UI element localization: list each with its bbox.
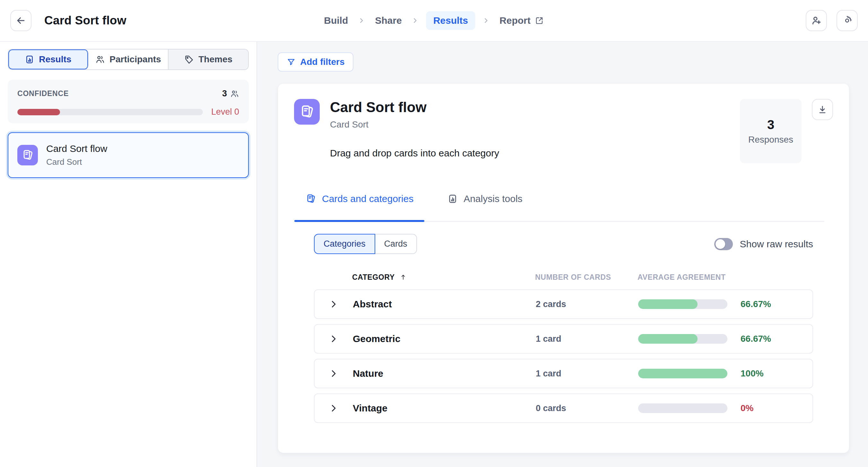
sidebar-tab-results-label: Results <box>39 54 71 64</box>
card-sort-icon <box>294 99 320 125</box>
results-tab-bar: Cards and categories Analysis tools <box>294 190 824 222</box>
table-controls: Categories Cards Show raw results <box>314 234 813 254</box>
study-results-card: Card Sort flow Card Sort Drag and drop c… <box>278 83 849 453</box>
responses-count: 3 <box>767 118 774 132</box>
add-filters-label: Add filters <box>300 57 344 67</box>
breadcrumb: Build Share Results Report <box>321 11 546 30</box>
category-card-count: 0 cards <box>536 403 638 413</box>
sidebar-tab-bar: Results Participants Themes <box>8 49 249 70</box>
view-toggle-cards[interactable]: Cards <box>375 234 417 254</box>
agreement-bar-track <box>638 403 727 413</box>
view-toggle: Categories Cards <box>314 234 417 254</box>
people-icon <box>230 89 239 98</box>
category-name: Vintage <box>353 403 536 414</box>
tab-cards-and-categories[interactable]: Cards and categories <box>294 190 424 221</box>
agreement-bar-track <box>638 369 727 378</box>
study-type: Card Sort <box>330 119 499 130</box>
category-name: Geometric <box>353 333 536 344</box>
confidence-progress-fill <box>17 109 60 115</box>
arrow-left-icon <box>16 15 26 26</box>
breadcrumb-report[interactable]: Report <box>497 11 547 30</box>
category-name: Abstract <box>353 299 536 310</box>
external-link-icon <box>535 16 544 25</box>
breadcrumb-report-label: Report <box>499 15 531 26</box>
chevron-right-icon <box>411 17 419 24</box>
expand-chevron-icon[interactable] <box>329 299 353 309</box>
back-button[interactable] <box>10 10 31 31</box>
column-number-of-cards[interactable]: NUMBER OF CARDS <box>535 273 638 282</box>
chevron-right-icon <box>482 17 490 24</box>
sidebar: Results Participants Themes CONFIDENCE 3 <box>0 42 257 467</box>
agreement-bar-fill <box>638 299 698 309</box>
table-row-nature[interactable]: Nature 1 card 100% <box>314 359 813 388</box>
responses-label: Responses <box>748 135 793 145</box>
sidebar-item-card-sort-flow[interactable]: Card Sort flow Card Sort <box>8 132 249 178</box>
category-card-count: 1 card <box>536 369 638 379</box>
sort-ascending-icon <box>399 273 407 281</box>
sidebar-tab-participants-label: Participants <box>110 54 161 64</box>
category-card-count: 1 card <box>536 334 638 344</box>
breadcrumb-build[interactable]: Build <box>321 11 350 30</box>
confidence-count-value: 3 <box>222 89 227 98</box>
agreement-bar-track <box>638 334 727 344</box>
tab-analysis-tools[interactable]: Analysis tools <box>437 190 533 221</box>
confidence-label: CONFIDENCE <box>17 89 69 98</box>
table-row-vintage[interactable]: Vintage 0 cards 0% <box>314 393 813 423</box>
agreement-percent: 0% <box>734 403 812 413</box>
agreement-percent: 100% <box>734 369 812 379</box>
main-content: Add filters Card Sort flow Card Sort Dra… <box>257 42 868 467</box>
column-average-agreement[interactable]: AVERAGE AGREEMENT <box>638 273 813 282</box>
download-icon <box>817 105 828 115</box>
sidebar-tab-participants[interactable]: Participants <box>89 50 169 69</box>
top-header: Card Sort flow Build Share Results Repor… <box>0 0 868 42</box>
settings-button[interactable] <box>837 10 858 31</box>
tab-analysis-tools-label: Analysis tools <box>464 193 522 204</box>
invite-user-button[interactable] <box>806 10 827 31</box>
study-description: Drag and drop cards into each category <box>330 148 499 159</box>
confidence-participant-count: 3 <box>222 89 239 98</box>
card-sort-icon <box>305 193 316 204</box>
filter-funnel-icon <box>287 58 296 66</box>
add-filters-button[interactable]: Add filters <box>278 52 353 71</box>
toggle-switch[interactable] <box>714 238 733 250</box>
card-sort-icon <box>17 145 38 166</box>
page-title: Card Sort flow <box>44 14 126 27</box>
sidebar-tab-themes-label: Themes <box>198 54 232 64</box>
expand-chevron-icon[interactable] <box>329 403 353 413</box>
agreement-percent: 66.67% <box>734 334 812 344</box>
toggle-knob <box>715 239 725 249</box>
chart-frame-icon <box>447 194 458 204</box>
category-name: Nature <box>353 368 536 379</box>
expand-chevron-icon[interactable] <box>329 369 353 378</box>
category-card-count: 2 cards <box>536 299 638 309</box>
sidebar-tab-themes[interactable]: Themes <box>168 50 248 69</box>
confidence-progress-track <box>17 109 203 115</box>
view-toggle-categories[interactable]: Categories <box>314 234 375 254</box>
agreement-bar-fill <box>638 369 727 378</box>
download-button[interactable] <box>812 99 833 120</box>
show-raw-results-label: Show raw results <box>740 239 813 250</box>
categories-table: CATEGORY NUMBER OF CARDS AVERAGE AGREEME… <box>314 270 813 423</box>
agreement-bar-fill <box>638 334 698 344</box>
breadcrumb-share[interactable]: Share <box>372 11 404 30</box>
agreement-percent: 66.67% <box>734 299 812 309</box>
table-header-row: CATEGORY NUMBER OF CARDS AVERAGE AGREEME… <box>314 270 813 284</box>
chevron-right-icon <box>358 17 365 24</box>
sidebar-item-subtitle: Card Sort <box>46 157 107 167</box>
table-row-geometric[interactable]: Geometric 1 card 66.67% <box>314 324 813 354</box>
study-header-text: Card Sort flow Card Sort Drag and drop c… <box>330 99 499 163</box>
sidebar-item-text: Card Sort flow Card Sort <box>46 143 107 167</box>
agreement-bar-track <box>638 299 727 309</box>
confidence-card: CONFIDENCE 3 Level 0 <box>8 80 249 123</box>
column-category-label: CATEGORY <box>352 273 395 282</box>
sidebar-tab-results[interactable]: Results <box>8 50 89 69</box>
expand-chevron-icon[interactable] <box>329 334 353 344</box>
gear-icon <box>841 15 853 26</box>
show-raw-results-toggle[interactable]: Show raw results <box>714 238 813 250</box>
breadcrumb-results[interactable]: Results <box>426 11 475 30</box>
column-category[interactable]: CATEGORY <box>352 273 535 282</box>
sidebar-item-title: Card Sort flow <box>46 143 107 154</box>
tab-cards-and-categories-label: Cards and categories <box>322 193 413 204</box>
confidence-level-label: Level 0 <box>211 107 239 117</box>
table-row-abstract[interactable]: Abstract 2 cards 66.67% <box>314 289 813 319</box>
